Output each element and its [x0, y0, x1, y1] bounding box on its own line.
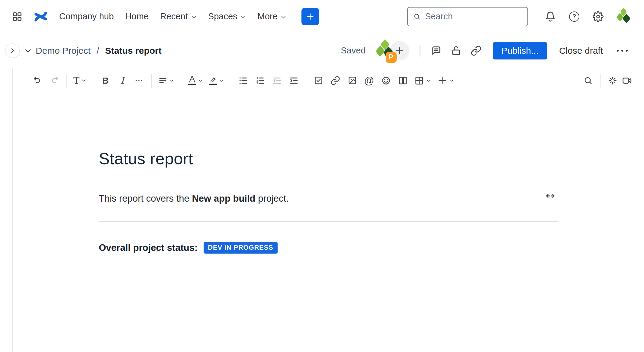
page-width-toggle-button[interactable]	[545, 191, 555, 201]
bold-button[interactable]: B	[98, 72, 113, 89]
help-icon: ?	[569, 11, 579, 22]
text-style-icon: T	[73, 75, 79, 86]
align-left-icon	[158, 76, 167, 85]
chevron-down-icon	[426, 78, 431, 83]
header-divider	[420, 45, 420, 57]
italic-button[interactable]: I	[115, 72, 130, 89]
spinner-icon	[608, 76, 617, 85]
highlight-color-button[interactable]	[207, 72, 226, 89]
nav-item-spaces[interactable]: Spaces	[208, 11, 246, 21]
intro-text: This report covers the	[99, 193, 192, 204]
link-icon	[330, 76, 340, 85]
nav-item-home[interactable]: Home	[125, 11, 149, 21]
app-switcher-button[interactable]	[12, 11, 22, 22]
share-link-button[interactable]	[471, 45, 481, 56]
more-formatting-icon: ···	[135, 76, 143, 85]
comments-button[interactable]	[431, 45, 442, 56]
redo-icon	[50, 76, 59, 85]
indent-icon	[289, 76, 299, 85]
collaborators: P	[376, 41, 409, 60]
record-video-button[interactable]	[620, 72, 634, 89]
emoji-button[interactable]	[379, 72, 393, 89]
create-button[interactable]	[301, 8, 319, 25]
publish-button[interactable]: Publish...	[493, 42, 547, 59]
global-search[interactable]	[407, 7, 528, 26]
breadcrumb-expand-button[interactable]	[24, 47, 32, 55]
search-input[interactable]	[425, 11, 522, 21]
redo-button[interactable]	[47, 72, 62, 89]
layout-button[interactable]	[396, 72, 410, 89]
chevron-down-icon	[169, 78, 174, 83]
collaborator-avatar[interactable]: P	[376, 42, 394, 60]
breadcrumb: Demo Project / Status report	[36, 46, 162, 56]
task-button[interactable]	[311, 72, 326, 89]
indent-button[interactable]	[287, 72, 301, 89]
page-header: Demo Project / Status report Saved P	[0, 33, 644, 68]
help-button[interactable]: ?	[569, 11, 579, 22]
outdent-button[interactable]	[270, 72, 284, 89]
page-title[interactable]: Status report	[99, 149, 558, 168]
chevron-right-icon	[9, 47, 16, 54]
app-switcher-icon	[12, 11, 22, 22]
presence-badge: P	[386, 52, 397, 63]
mention-icon: @	[364, 75, 374, 86]
link-icon	[471, 45, 481, 56]
bullet-list-button[interactable]	[236, 72, 250, 89]
chevron-down-icon	[449, 78, 454, 83]
close-draft-button[interactable]: Close draft	[556, 46, 606, 56]
search-icon	[413, 12, 421, 21]
nav-label: Company hub	[59, 11, 114, 21]
nav-label: Spaces	[208, 11, 237, 21]
toolbar-divider	[231, 74, 231, 88]
text-color-button[interactable]	[186, 72, 205, 89]
image-icon	[348, 76, 357, 85]
status-label: Overall project status:	[99, 242, 198, 253]
nav-item-recent[interactable]: Recent	[160, 11, 197, 21]
status-row: Overall project status: DEV IN PROGRESS	[99, 242, 558, 254]
loading-indicator	[605, 72, 620, 89]
confluence-logo[interactable]	[34, 10, 48, 24]
nav-item-company-hub[interactable]: Company hub	[59, 11, 114, 21]
nav-item-more[interactable]: More	[258, 11, 286, 21]
outdent-icon	[272, 76, 282, 85]
breadcrumb-page-title: Status report	[105, 46, 162, 56]
expand-width-icon	[545, 191, 555, 201]
numbered-list-button[interactable]: 1 2 3	[253, 72, 267, 89]
more-actions-button[interactable]	[615, 48, 630, 53]
toolbar-divider	[93, 74, 93, 88]
expand-sidebar-button[interactable]	[5, 43, 20, 58]
alignment-button[interactable]	[156, 72, 176, 89]
more-formatting-button[interactable]: ···	[132, 72, 147, 89]
text-style-button[interactable]: T	[72, 72, 88, 89]
user-avatar[interactable]	[617, 10, 631, 24]
editor-canvas[interactable]: Status report This report covers the New…	[13, 93, 644, 352]
breadcrumb-separator: /	[97, 46, 99, 56]
intro-text: project.	[256, 193, 289, 204]
svg-text:3: 3	[256, 82, 258, 85]
status-badge[interactable]: DEV IN PROGRESS	[204, 242, 277, 254]
dot	[621, 50, 623, 52]
notifications-button[interactable]	[545, 11, 556, 22]
plus-icon	[305, 12, 315, 21]
table-button[interactable]	[413, 72, 433, 89]
breadcrumb-space-link[interactable]: Demo Project	[36, 46, 91, 56]
insert-plus-icon	[437, 75, 447, 86]
restrictions-button[interactable]	[451, 45, 462, 56]
toolbar-divider	[600, 74, 601, 88]
mention-button[interactable]: @	[362, 72, 376, 89]
insert-image-button[interactable]	[345, 72, 359, 89]
settings-button[interactable]	[593, 11, 604, 22]
intro-paragraph[interactable]: This report covers the New app build pro…	[99, 193, 558, 204]
find-icon	[583, 76, 593, 85]
task-checkbox-icon	[314, 76, 323, 85]
find-replace-button[interactable]	[581, 72, 595, 89]
table-icon	[414, 76, 424, 85]
nav-label: More	[258, 11, 278, 21]
bold-icon: B	[102, 75, 109, 86]
intro-bold-text: New app build	[192, 193, 255, 204]
undo-button[interactable]	[30, 72, 45, 89]
insert-more-button[interactable]	[435, 72, 456, 89]
insert-link-button[interactable]	[328, 72, 343, 89]
nav-label: Recent	[160, 11, 188, 21]
highlight-icon	[209, 76, 217, 85]
